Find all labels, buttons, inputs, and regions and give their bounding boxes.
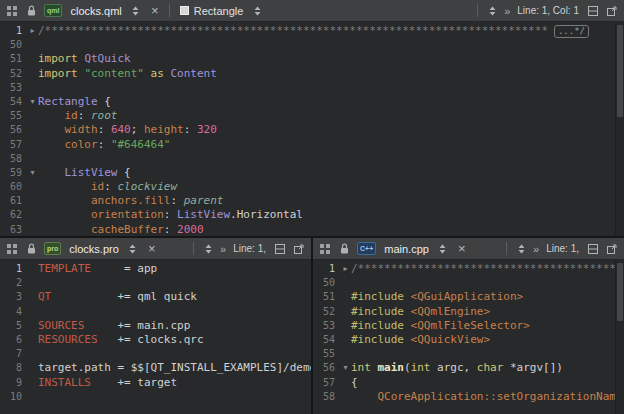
code-text: cacheBuffer: 2000 xyxy=(38,223,624,236)
fold-column xyxy=(340,276,351,290)
code-line[interactable]: 54#include <QQuickView> xyxy=(313,333,624,347)
code-line[interactable]: 51import QtQuick xyxy=(0,52,624,66)
code-line[interactable]: 57{ xyxy=(313,376,624,390)
code-text: TEMPLATE = app xyxy=(38,262,311,276)
fold-open-icon[interactable]: ▾ xyxy=(27,166,38,180)
document-updown-icon[interactable] xyxy=(127,2,145,20)
code-line[interactable]: 58 xyxy=(0,152,624,166)
code-line[interactable]: 3QT += qml quick xyxy=(0,290,311,304)
code-line[interactable]: 56▾int main(int argc, char *argv[]) xyxy=(313,361,624,375)
code-text: /***************************************… xyxy=(38,24,624,38)
code-line[interactable]: 50 xyxy=(313,276,624,290)
updown-icon[interactable] xyxy=(483,2,501,20)
code-text: ListView { xyxy=(38,166,624,180)
overflow-chevron-icon[interactable]: » xyxy=(502,5,512,17)
code-line[interactable]: 56 width: 640; height: 320 xyxy=(0,123,624,137)
fold-collapsed-icon[interactable]: ▸ xyxy=(340,262,351,276)
line-number: 61 xyxy=(0,194,27,208)
close-document-icon[interactable]: × xyxy=(143,240,161,258)
open-file-name[interactable]: clocks.qml xyxy=(66,5,125,17)
code-line[interactable]: 8target.path = $$[QT_INSTALL_EXAMPLES]/d… xyxy=(0,361,311,375)
code-line[interactable]: 55 xyxy=(313,347,624,361)
folded-region-box[interactable]: ...*/ xyxy=(554,25,589,38)
cursor-position: Line: 1, xyxy=(229,243,270,254)
bottom-editor-row: pro clocks.pro × » Line: 1, 1TEMPLATE = … xyxy=(0,238,624,414)
grid-icon[interactable] xyxy=(3,240,21,258)
line-number: 4 xyxy=(0,305,27,319)
split-icon[interactable] xyxy=(584,240,602,258)
toolbar-separator xyxy=(506,242,507,255)
updown-icon[interactable] xyxy=(199,240,217,258)
code-line[interactable]: 61 anchors.fill: parent xyxy=(0,194,624,208)
open-file-name[interactable]: clocks.pro xyxy=(65,243,123,255)
scrollbar-thumb[interactable] xyxy=(617,25,623,117)
code-line[interactable]: 60 id: clockview xyxy=(0,180,624,194)
open-in-new-window-icon[interactable] xyxy=(603,2,621,20)
code-text: #include <QGuiApplication> xyxy=(351,290,624,304)
line-number: 53 xyxy=(313,319,340,333)
document-updown-icon[interactable] xyxy=(434,240,452,258)
code-text xyxy=(351,347,624,361)
code-line[interactable]: 50 xyxy=(0,38,624,52)
code-line[interactable]: 63 cacheBuffer: 2000 xyxy=(0,223,624,236)
code-line[interactable]: 57 color: "#646464" xyxy=(0,138,624,152)
fold-column xyxy=(27,262,38,276)
code-text xyxy=(38,38,624,52)
code-text: id: root xyxy=(38,109,624,123)
code-editor-cpp[interactable]: 1▸/*************************************… xyxy=(313,260,624,414)
fold-open-icon[interactable]: ▾ xyxy=(340,361,351,375)
fold-column xyxy=(340,347,351,361)
code-line[interactable]: 4 xyxy=(0,305,311,319)
code-text: /***************************************… xyxy=(351,262,624,276)
split-icon[interactable] xyxy=(584,2,602,20)
fold-column xyxy=(340,305,351,319)
code-line[interactable]: 51#include <QGuiApplication> xyxy=(313,290,624,304)
line-number: 1 xyxy=(0,24,27,38)
updown-icon[interactable] xyxy=(512,240,530,258)
code-line[interactable]: 55 id: root xyxy=(0,109,624,123)
code-line[interactable]: 9INSTALLS += target xyxy=(0,376,311,390)
split-icon[interactable] xyxy=(271,240,289,258)
code-line[interactable]: 1TEMPLATE = app xyxy=(0,262,311,276)
code-editor-pro[interactable]: 1TEMPLATE = app23QT += qml quick45SOURCE… xyxy=(0,260,311,414)
code-line[interactable]: 58 QCoreApplication::setOrganizationNam xyxy=(313,390,624,404)
code-line[interactable]: 52import "content" as Content xyxy=(0,67,624,81)
vertical-scrollbar[interactable] xyxy=(615,260,624,414)
editor-pane-qml: qml clocks.qml × Rectangle » Line: 1, Co… xyxy=(0,0,624,236)
code-editor-qml[interactable]: 1▸/*************************************… xyxy=(0,22,624,236)
line-number: 52 xyxy=(313,305,340,319)
code-line[interactable]: 62 orientation: ListView.Horizontal xyxy=(0,208,624,222)
scrollbar-thumb[interactable] xyxy=(617,263,623,321)
open-in-new-window-icon[interactable] xyxy=(290,240,308,258)
close-document-icon[interactable]: × xyxy=(453,240,471,258)
code-line[interactable]: 10 xyxy=(0,390,311,404)
overflow-chevron-icon[interactable]: » xyxy=(218,243,228,255)
code-text: target.path = $$[QT_INSTALL_EXAMPLES]/de… xyxy=(38,361,311,375)
code-line[interactable]: 53 xyxy=(0,81,624,95)
grid-icon[interactable] xyxy=(3,2,21,20)
code-line[interactable]: 6RESOURCES += clocks.qrc xyxy=(0,333,311,347)
code-line[interactable]: 1▸/*************************************… xyxy=(313,262,624,276)
code-line[interactable]: 53#include <QQmlFileSelector> xyxy=(313,319,624,333)
code-line[interactable]: 59▾ ListView { xyxy=(0,166,624,180)
grid-icon[interactable] xyxy=(316,240,334,258)
open-file-name[interactable]: main.cpp xyxy=(380,243,433,255)
line-number: 51 xyxy=(313,290,340,304)
overflow-chevron-icon[interactable]: » xyxy=(531,243,541,255)
open-in-new-window-icon[interactable] xyxy=(603,240,621,258)
fold-column xyxy=(27,38,38,52)
code-line[interactable]: 5SOURCES += main.cpp xyxy=(0,319,311,333)
document-updown-icon[interactable] xyxy=(124,240,142,258)
fold-open-icon[interactable]: ▾ xyxy=(27,95,38,109)
symbol-selector[interactable]: Rectangle xyxy=(175,2,272,20)
code-line[interactable]: 2 xyxy=(0,276,311,290)
close-document-icon[interactable]: × xyxy=(146,2,164,20)
code-line[interactable]: 52#include <QQmlEngine> xyxy=(313,305,624,319)
vertical-scrollbar[interactable] xyxy=(615,22,624,236)
line-number: 7 xyxy=(0,347,27,361)
fold-collapsed-icon[interactable]: ▸ xyxy=(27,24,38,38)
code-line[interactable]: 54▾Rectangle { xyxy=(0,95,624,109)
code-line[interactable]: 1▸/*************************************… xyxy=(0,24,624,38)
code-line[interactable]: 7 xyxy=(0,347,311,361)
code-text xyxy=(38,347,311,361)
